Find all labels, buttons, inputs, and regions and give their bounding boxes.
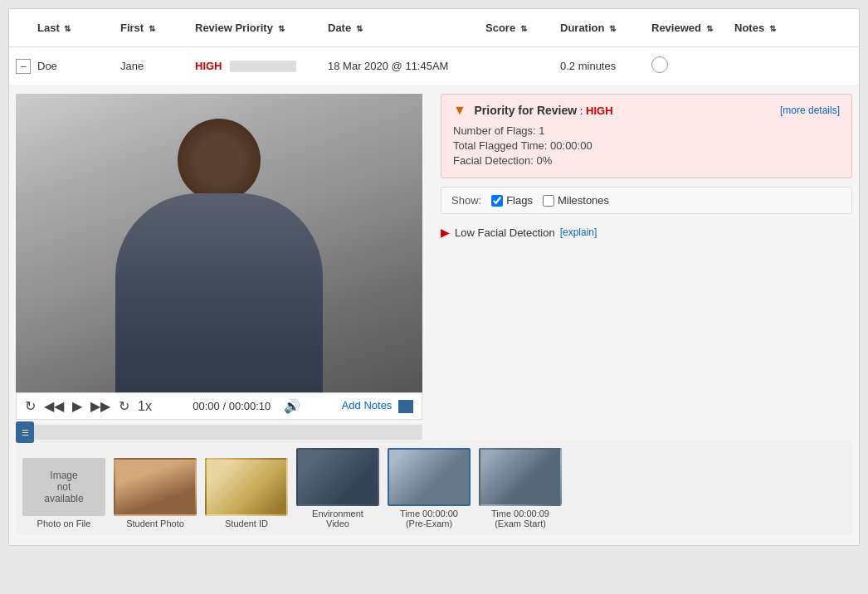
add-notes-button[interactable]: Add Notes [342, 399, 413, 413]
thumb-img-time-examstart [479, 448, 562, 506]
volume-button[interactable]: 🔊 [284, 398, 300, 414]
priority-arrow-icon: ▼ [453, 103, 466, 117]
sort-icon-first: ⇅ [149, 24, 155, 33]
cell-first: Jane [120, 60, 195, 72]
thumb-time-preexam[interactable]: Time 00:00:00(Pre-Exam) [388, 448, 471, 528]
header-first[interactable]: First ⇅ [120, 22, 195, 34]
flags-count-detail: Number of Flags: 1 [453, 124, 840, 137]
expanded-inner: ↻ ◀◀ ▶ ▶▶ ↻ 1x 00:00 / 00:00:10 🔊 Add No… [16, 85, 852, 440]
sort-icon-priority: ⇅ [278, 24, 285, 33]
header-priority[interactable]: Review Priority ⇅ [195, 22, 328, 34]
speed-label: 1x [138, 399, 152, 414]
rewind-button[interactable]: ↻ [25, 398, 36, 414]
flags-checkbox-label[interactable]: Flags [491, 194, 533, 207]
main-container: Last ⇅ First ⇅ Review Priority ⇅ Date ⇅ … [8, 8, 860, 546]
expand-button[interactable]: − [16, 59, 31, 74]
details-panel: ▼ Priority for Review : HIGH [more detai… [441, 94, 852, 440]
priority-info-header: ▼ Priority for Review : HIGH [more detai… [453, 103, 840, 118]
notes-icon [398, 400, 413, 413]
header-date[interactable]: Date ⇅ [328, 22, 485, 34]
thumb-img-student-id [205, 458, 288, 516]
sort-icon-score: ⇅ [520, 24, 527, 33]
priority-title: Priority for Review [474, 104, 577, 117]
thumb-label-student-id: Student ID [225, 519, 268, 528]
priority-high-value: HIGH [586, 105, 613, 117]
header-last[interactable]: Last ⇅ [37, 22, 120, 34]
video-controls-bar: ↻ ◀◀ ▶ ▶▶ ↻ 1x 00:00 / 00:00:10 🔊 Add No… [16, 392, 422, 420]
sort-icon-notes: ⇅ [769, 24, 776, 33]
thumb-time-examstart[interactable]: Time 00:00:09(Exam Start) [479, 448, 562, 528]
show-label: Show: [451, 194, 481, 207]
priority-badge: HIGH [195, 60, 222, 72]
thumbnails-row: Imagenotavailable Photo on File Student … [16, 440, 852, 535]
expand-cell: − [16, 59, 37, 74]
flag-triangle-icon: ▶ [441, 226, 450, 239]
time-display: 00:00 / 00:00:10 [193, 400, 271, 412]
skip-back-button[interactable]: ◀◀ [44, 398, 64, 414]
thumb-student-id[interactable]: Student ID [205, 458, 288, 528]
person-head-silhouette [178, 119, 261, 202]
thumb-label-student-photo: Student Photo [126, 519, 184, 528]
flagged-time-detail: Total Flagged Time: 00:00:00 [453, 139, 840, 152]
thumb-img-student-photo [114, 458, 197, 516]
thumb-img-unavailable: Imagenotavailable [22, 458, 105, 516]
more-details-link[interactable]: [more details] [780, 105, 840, 116]
flags-checkbox[interactable] [491, 195, 503, 207]
header-duration[interactable]: Duration ⇅ [560, 22, 651, 34]
thumb-label-time-examstart: Time 00:00:09(Exam Start) [491, 509, 549, 528]
sort-icon-last: ⇅ [64, 24, 71, 33]
timeline-marker-icon: ☰ [22, 428, 29, 437]
sort-icon-reviewed: ⇅ [706, 24, 713, 33]
play-button[interactable]: ▶ [72, 398, 82, 414]
thumb-img-environment-video [296, 448, 379, 506]
priority-bar-container [230, 61, 296, 72]
reviewed-circle[interactable] [651, 56, 668, 73]
cell-last: Doe [37, 60, 120, 72]
thumb-student-photo[interactable]: Student Photo [114, 458, 197, 528]
table-row: − Doe Jane HIGH 18 Mar 2020 @ 11:45AM 0.… [9, 47, 859, 85]
cell-duration: 0.2 minutes [560, 60, 651, 72]
priority-info-box: ▼ Priority for Review : HIGH [more detai… [441, 94, 852, 178]
thumb-img-time-preexam [388, 448, 471, 506]
flag-label: Low Facial Detection [455, 226, 555, 239]
thumb-environment-video[interactable]: EnvironmentVideo [296, 448, 379, 528]
video-background [16, 94, 422, 392]
header-reviewed[interactable]: Reviewed ⇅ [651, 22, 734, 34]
flag-explain-link[interactable]: [explain] [560, 226, 597, 238]
expanded-section: ↻ ◀◀ ▶ ▶▶ ↻ 1x 00:00 / 00:00:10 🔊 Add No… [9, 85, 859, 545]
cell-reviewed [651, 56, 734, 75]
thumb-photo-on-file[interactable]: Imagenotavailable Photo on File [22, 458, 105, 528]
header-score[interactable]: Score ⇅ [485, 22, 560, 34]
skip-forward-button[interactable]: ▶▶ [90, 398, 110, 414]
sort-icon-date: ⇅ [356, 24, 363, 33]
flags-list: ▶ Low Facial Detection [explain] [441, 222, 852, 246]
video-frame [16, 94, 422, 392]
header-notes[interactable]: Notes ⇅ [734, 22, 801, 34]
loop-button[interactable]: ↻ [119, 398, 129, 414]
timeline-bar[interactable]: ☰ [16, 425, 422, 440]
video-area: ↻ ◀◀ ▶ ▶▶ ↻ 1x 00:00 / 00:00:10 🔊 Add No… [16, 94, 431, 440]
flag-item: ▶ Low Facial Detection [explain] [441, 226, 852, 239]
cell-date: 18 Mar 2020 @ 11:45AM [328, 60, 485, 72]
timeline-marker: ☰ [16, 421, 34, 443]
milestones-checkbox[interactable] [543, 195, 554, 207]
cell-priority: HIGH [195, 60, 328, 73]
thumb-label-photo-on-file: Photo on File [37, 519, 91, 528]
sort-icon-duration: ⇅ [609, 24, 616, 33]
milestones-checkbox-label[interactable]: Milestones [543, 194, 609, 207]
facial-detection-detail: Facial Detection: 0% [453, 154, 840, 167]
show-flags-area: Show: Flags Milestones [441, 187, 852, 214]
thumb-label-environment-video: EnvironmentVideo [312, 509, 363, 528]
person-body-silhouette [115, 193, 323, 392]
thumb-label-time-preexam: Time 00:00:00(Pre-Exam) [400, 509, 458, 528]
table-header: Last ⇅ First ⇅ Review Priority ⇅ Date ⇅ … [9, 9, 859, 47]
